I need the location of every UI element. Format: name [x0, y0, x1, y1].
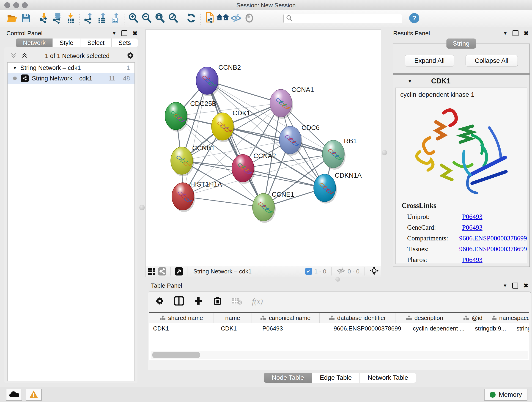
open-in-new-window-button[interactable] — [173, 265, 184, 278]
main-toolbar: ? — [0, 10, 532, 27]
network-node-RB1[interactable]: RB1 — [322, 137, 357, 170]
panel-menu-icon[interactable]: ▼ — [503, 31, 507, 36]
zoom-selected-button[interactable] — [167, 12, 180, 25]
tab-sets[interactable]: Sets — [112, 38, 138, 47]
show-all-button[interactable] — [243, 12, 256, 25]
crosslink-link[interactable]: P06493 — [462, 224, 482, 231]
column-header-namespace[interactable]: namespace — [492, 313, 529, 323]
right-splitter-grip[interactable] — [382, 150, 387, 155]
column-header-@id[interactable]: @id — [454, 313, 492, 323]
column-header-canonical-name[interactable]: canonical name — [252, 313, 320, 323]
home-icon — [216, 13, 229, 24]
delete-column-trash-icon[interactable] — [213, 296, 222, 307]
panel-close-icon[interactable]: ✖ — [133, 30, 138, 37]
refresh-button[interactable] — [185, 12, 198, 25]
expand-all-button[interactable]: Expand All — [405, 55, 454, 66]
hide-selected-button[interactable] — [229, 12, 243, 25]
column-header-database-identifier[interactable]: database identifier — [320, 313, 395, 323]
zoom-out-button[interactable] — [140, 12, 153, 25]
panel-float-icon[interactable] — [512, 283, 518, 288]
show-columns-icon[interactable] — [174, 296, 184, 306]
network-node-CDC25B[interactable]: CDC25B — [165, 100, 216, 132]
gene-expand-caret[interactable]: ▼ — [407, 78, 412, 84]
horizontal-scrollbar[interactable] — [151, 351, 528, 359]
search-input[interactable] — [292, 15, 394, 22]
birds-eye-view-button[interactable] — [146, 265, 157, 278]
network-node-CDK1[interactable]: CDK1 — [211, 109, 250, 142]
table-row[interactable]: CDK1CDK1P064939606.ENSP00000378699cyclin… — [149, 323, 529, 334]
panel-close-icon[interactable]: ✖ — [523, 282, 528, 289]
table-cell[interactable]: CDK1 — [149, 323, 217, 334]
column-header-description[interactable]: description — [395, 313, 454, 323]
network-node-HIST1H1A[interactable]: HIST1H1A — [172, 181, 222, 212]
tab-network-table[interactable]: Network Table — [360, 373, 416, 383]
panel-float-icon[interactable] — [513, 30, 519, 36]
network-graph[interactable]: CCNB2CCNA1CDC25BCDK1CDC6RB1CCNB1CCNA2CDK… — [146, 30, 381, 266]
tab-string[interactable]: String — [446, 38, 476, 49]
import-network-button[interactable] — [37, 12, 51, 25]
zoom-in-button[interactable] — [127, 12, 140, 25]
import-network-from-database-button[interactable] — [51, 12, 64, 25]
import-table-button[interactable] — [64, 12, 77, 25]
panel-float-icon[interactable] — [121, 30, 127, 36]
add-column-plus-icon[interactable] — [194, 296, 203, 306]
collapse-all-button[interactable]: Collapse All — [466, 55, 518, 66]
tab-select[interactable]: Select — [80, 38, 112, 47]
table-cell[interactable]: stringdb — [513, 323, 529, 334]
column-header-name[interactable]: name — [214, 313, 252, 323]
help-button[interactable]: ? — [408, 12, 421, 25]
collection-expand-caret[interactable]: ▼ — [13, 65, 17, 70]
separator — [171, 267, 171, 275]
table-settings-gear-icon[interactable] — [155, 297, 164, 306]
share-document-button[interactable] — [203, 12, 216, 25]
network-edge[interactable] — [207, 81, 264, 207]
column-header-shared-name[interactable]: shared name — [149, 313, 214, 323]
network-node-CDC6[interactable]: CDC6 — [279, 124, 320, 156]
memory-button[interactable]: Memory — [484, 389, 527, 401]
bottom-splitter-grip[interactable] — [336, 277, 340, 282]
network-node-CCNA2[interactable]: CCNA2 — [232, 152, 276, 184]
left-splitter-grip[interactable] — [139, 205, 145, 211]
tab-edge-table[interactable]: Edge Table — [312, 373, 360, 383]
open-session-button[interactable] — [6, 12, 19, 25]
table-cell[interactable]: 9606.ENSP00000378699 — [330, 323, 409, 334]
network-row-selected[interactable]: String Network – cdk1 11 48 — [7, 73, 134, 84]
panel-menu-icon[interactable]: ▼ — [112, 31, 116, 36]
crosslink-link[interactable]: P06493 — [462, 213, 482, 220]
global-search-field[interactable] — [283, 14, 402, 23]
network-canvas[interactable]: CCNB2CCNA1CDC25BCDK1CDC6RB1CCNB1CCNA2CDK… — [146, 29, 381, 266]
network-collection-row[interactable]: ▼ String Network – cdk1 1 — [7, 63, 134, 73]
export-table-button[interactable] — [95, 12, 109, 25]
export-image-button[interactable] — [109, 12, 122, 25]
network-node-CCNE1[interactable]: CCNE1 — [253, 191, 294, 223]
network-node-CDKN1A[interactable]: CDKN1A — [314, 172, 362, 204]
fit-content-crosshair-icon[interactable] — [370, 266, 379, 277]
crosslink-link[interactable]: 9606.ENSP00000378699 — [459, 235, 527, 242]
cloud-status-button[interactable] — [6, 389, 22, 401]
home-button[interactable] — [216, 12, 229, 25]
network-edge[interactable] — [183, 81, 207, 196]
network-options-gear-icon[interactable] — [127, 51, 134, 60]
table-cell[interactable]: P06493 — [259, 323, 330, 334]
expand-all-networks-icon[interactable] — [21, 52, 28, 60]
panel-close-icon[interactable]: ✖ — [524, 30, 529, 37]
hidden-eye-slash-icon[interactable] — [336, 267, 345, 276]
warnings-button[interactable] — [26, 389, 42, 401]
crosslink-link[interactable]: P06493 — [462, 256, 482, 264]
scrollbar-thumb[interactable] — [152, 352, 200, 358]
collapse-all-networks-icon[interactable] — [10, 52, 17, 60]
tab-network[interactable]: Network — [16, 38, 53, 47]
tab-node-table[interactable]: Node Table — [264, 373, 312, 383]
table-cell[interactable]: cyclin-dependent ... — [409, 323, 471, 334]
zoom-fit-button[interactable] — [153, 12, 167, 25]
tab-style[interactable]: Style — [53, 38, 80, 47]
table-cell[interactable]: CDK1 — [217, 323, 259, 334]
panel-menu-icon[interactable]: ▼ — [503, 283, 507, 288]
selected-checkbox-icon[interactable]: ✓ — [305, 268, 312, 275]
network-node-CCNB1[interactable]: CCNB1 — [171, 144, 215, 176]
table-cell[interactable]: stringdb:9... — [471, 323, 513, 334]
export-network-button[interactable] — [82, 12, 95, 25]
crosslink-link[interactable]: 9606.ENSP00000378699 — [459, 245, 527, 253]
save-session-button[interactable] — [19, 12, 32, 25]
network-share-button[interactable] — [157, 265, 168, 278]
